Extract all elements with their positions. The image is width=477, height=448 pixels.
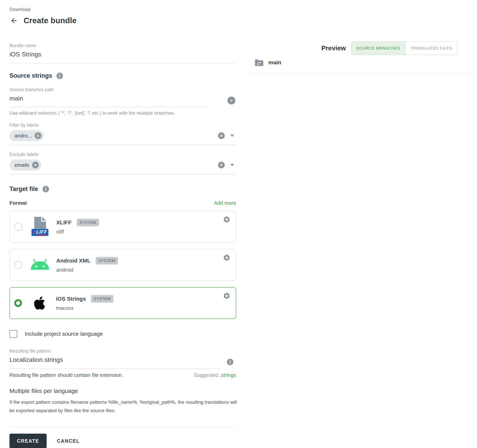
chevron-down-icon[interactable] bbox=[230, 164, 234, 166]
format-card-list: XLIFF XLIFF SYSTEM xliff bbox=[9, 211, 236, 319]
radio-selected[interactable] bbox=[14, 299, 22, 307]
target-file-section-head: Target file bbox=[9, 185, 236, 193]
cancel-button[interactable]: CANCEL bbox=[56, 436, 81, 446]
resulting-file-pattern-field: Resulting file pattern Localization.stri… bbox=[9, 348, 236, 369]
include-source-language-checkbox[interactable] bbox=[9, 330, 17, 338]
format-row: Format Add more bbox=[9, 200, 236, 206]
preview-panel: Preview SOURCE BRANCHES TRANSLATED FILES… bbox=[245, 0, 477, 448]
target-file-heading: Target file bbox=[9, 185, 38, 193]
format-subtitle: xliff bbox=[56, 229, 99, 235]
remove-chip-icon[interactable] bbox=[32, 162, 39, 168]
android-robot-icon bbox=[29, 259, 51, 271]
xliff-badge-rest: LIFF bbox=[36, 230, 47, 236]
page-title: Create bundle bbox=[24, 16, 77, 25]
create-bundle-form: Download Create bundle Bundle name iOS S… bbox=[9, 0, 236, 448]
suggested-value-link[interactable]: .strings bbox=[220, 372, 236, 378]
apple-logo-icon bbox=[29, 295, 50, 311]
page-title-row: Create bundle bbox=[9, 16, 236, 25]
remove-chip-icon[interactable] bbox=[35, 132, 41, 139]
label-chip[interactable]: emails bbox=[9, 159, 41, 171]
system-badge: SYSTEM bbox=[77, 219, 99, 226]
info-icon[interactable] bbox=[227, 359, 233, 365]
filter-labels-select[interactable]: andro... bbox=[9, 128, 236, 145]
preview-header: Preview SOURCE BRANCHES TRANSLATED FILES bbox=[321, 41, 457, 55]
tree-item-label: main bbox=[268, 59, 281, 66]
preview-tab-group: SOURCE BRANCHES TRANSLATED FILES bbox=[351, 41, 458, 55]
actions-divider bbox=[9, 427, 236, 427]
clear-select-icon[interactable] bbox=[218, 162, 225, 168]
format-card-xliff[interactable]: XLIFF XLIFF SYSTEM xliff bbox=[9, 211, 236, 243]
tree-item-main-branch[interactable]: main bbox=[255, 59, 281, 66]
format-card-android-xml[interactable]: Android XML SYSTEM android bbox=[9, 249, 236, 281]
info-icon[interactable] bbox=[42, 186, 49, 192]
tab-source-branches[interactable]: SOURCE BRANCHES bbox=[352, 42, 405, 55]
source-strings-section-head: Source strings bbox=[9, 72, 236, 79]
source-strings-heading: Source strings bbox=[9, 72, 52, 79]
radio-unselected[interactable] bbox=[14, 261, 22, 269]
clear-select-icon[interactable] bbox=[218, 132, 225, 139]
pattern-helper-row: Resulting file pattern should contain fi… bbox=[9, 372, 236, 378]
xliff-document-icon: XLIFF bbox=[29, 217, 51, 237]
add-branch-button[interactable] bbox=[227, 97, 235, 104]
gear-icon[interactable] bbox=[223, 216, 231, 224]
create-button[interactable]: CREATE bbox=[9, 434, 47, 448]
resulting-file-pattern-input[interactable]: Localization.strings bbox=[9, 356, 221, 369]
info-icon[interactable] bbox=[56, 73, 63, 79]
system-badge: SYSTEM bbox=[91, 295, 113, 303]
actions-row: CREATE CANCEL bbox=[9, 434, 236, 448]
breadcrumb: Download bbox=[9, 7, 236, 12]
suggested-extension: Suggested .strings bbox=[194, 372, 236, 378]
exclude-labels-label: Exclude labels bbox=[9, 152, 236, 157]
chevron-down-icon[interactable] bbox=[230, 135, 234, 137]
format-title: iOS Strings bbox=[56, 296, 86, 302]
filter-by-labels-label: Filter by labels bbox=[9, 123, 236, 128]
multiple-files-description: If the export pattern contains filename … bbox=[9, 398, 238, 415]
bundle-name-label: Bundle name bbox=[9, 43, 236, 48]
source-branches-path-input[interactable]: main bbox=[9, 95, 208, 107]
label-chip-text: andro... bbox=[15, 133, 32, 139]
pattern-helper-text: Resulting file pattern should contain fi… bbox=[9, 372, 123, 378]
preview-title: Preview bbox=[321, 44, 346, 52]
bundle-name-field: Bundle name iOS Strings bbox=[9, 43, 236, 64]
git-branch-folder-icon bbox=[255, 59, 263, 66]
back-arrow-icon[interactable] bbox=[9, 17, 18, 25]
format-card-ios-strings[interactable]: iOS Strings SYSTEM macosx bbox=[9, 287, 236, 319]
preview-divider bbox=[245, 73, 472, 74]
format-subtitle: macosx bbox=[56, 305, 113, 311]
xliff-badge-x: X bbox=[33, 230, 36, 236]
source-branches-path-label: Source branches path bbox=[9, 87, 236, 92]
multiple-files-heading: Multiple files per language bbox=[9, 388, 236, 394]
tab-translated-files[interactable]: TRANSLATED FILES bbox=[405, 42, 457, 55]
bundle-name-input[interactable]: iOS Strings bbox=[9, 51, 236, 64]
label-chip-text: emails bbox=[15, 162, 29, 168]
include-source-language-label: Include project source language bbox=[25, 331, 103, 337]
label-chip[interactable]: andro... bbox=[9, 130, 44, 141]
resulting-file-pattern-label: Resulting file pattern bbox=[9, 348, 236, 354]
add-more-link[interactable]: Add more bbox=[214, 200, 236, 206]
include-source-language-row: Include project source language bbox=[9, 330, 236, 338]
gear-icon[interactable] bbox=[223, 292, 231, 300]
suggested-label: Suggested bbox=[194, 372, 218, 378]
gear-icon[interactable] bbox=[223, 254, 231, 262]
format-subtitle: android bbox=[56, 267, 118, 273]
format-title: Android XML bbox=[56, 258, 90, 264]
format-title: XLIFF bbox=[56, 219, 72, 226]
radio-unselected[interactable] bbox=[14, 223, 22, 231]
format-label: Format bbox=[9, 200, 27, 206]
wildcard-helper-text: Use wildcard selectors ( '*', '?', '[set… bbox=[9, 110, 236, 116]
source-branches-path-field: Source branches path main Use wildcard s… bbox=[9, 87, 236, 116]
exclude-labels-select[interactable]: emails bbox=[9, 157, 236, 174]
system-badge: SYSTEM bbox=[96, 257, 118, 265]
